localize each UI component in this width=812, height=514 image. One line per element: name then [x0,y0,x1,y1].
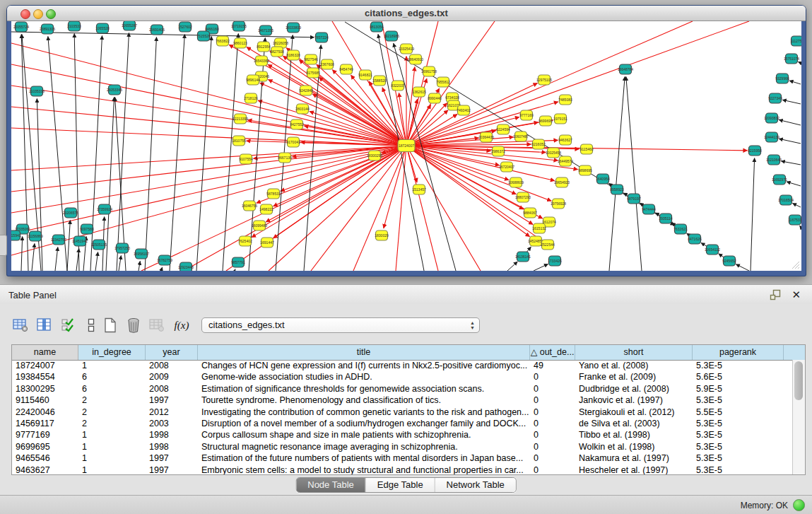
function-builder-button[interactable]: f(x) [172,316,191,334]
column-header-pagerank[interactable]: pagerank [693,345,784,360]
cell-name[interactable]: 9463627 [12,465,78,474]
table-row[interactable]: 946362711997Embryonic stem cells: a mode… [12,465,784,474]
cell-in_degree[interactable]: 2 [78,395,146,406]
cell-pagerank[interactable]: 5.3E-5 [693,418,784,429]
cell-pagerank[interactable]: 5.3E-5 [693,465,784,474]
cell-out_de[interactable]: 0 [530,395,575,406]
cell-name[interactable]: 19384554 [12,371,78,382]
scrollbar-thumb[interactable] [794,361,803,400]
cell-short[interactable]: Franke et al. (2009) [575,371,693,382]
cell-short[interactable]: Hescheler et al. (1997) [575,465,693,474]
new-table-button[interactable] [101,316,119,334]
cell-out_de[interactable]: 0 [530,452,575,464]
tab-network-table[interactable]: Network Table [435,478,516,492]
cell-title[interactable]: Embryonic stem cells: a model to study s… [198,465,530,474]
cell-title[interactable]: Estimation of significance thresholds fo… [198,383,530,395]
cell-title[interactable]: Estimation of the future numbers of pati… [198,452,530,464]
table-row[interactable]: 946554611997Estimation of the future num… [12,452,784,464]
cell-out_de[interactable]: 0 [530,441,575,452]
table-row[interactable]: 2242004622012Investigating the contribut… [12,407,784,418]
vertical-scrollbar[interactable] [792,360,805,474]
cell-title[interactable]: Tourette syndrome. Phenomenology and cla… [198,395,530,406]
cell-title[interactable]: Structural magnetic resonance image aver… [198,441,530,452]
tab-edge-table[interactable]: Edge Table [366,478,435,492]
cell-name[interactable]: 9115460 [12,395,78,406]
cell-pagerank[interactable]: 5.3E-5 [693,360,784,371]
column-header-title[interactable]: title [198,345,530,360]
cell-year[interactable]: 2012 [146,407,198,418]
cell-pagerank[interactable]: 5.3E-5 [693,441,784,452]
cell-title[interactable]: Corpus callosum shape and size in male p… [198,429,530,440]
cell-name[interactable]: 9465546 [12,452,78,464]
cell-out_de[interactable]: 0 [530,371,575,382]
network-canvas[interactable]: 1872400718300295766382298601238912954182… [11,21,801,271]
cell-name[interactable]: 22420046 [12,407,78,418]
delete-table-button[interactable] [148,316,166,334]
cell-title[interactable]: Investigating the contribution of common… [198,407,530,418]
float-panel-icon[interactable] [770,289,781,300]
cell-year[interactable]: 1997 [146,395,198,406]
cell-out_de[interactable]: 49 [530,360,575,371]
cell-year[interactable]: 1997 [146,465,198,474]
column-checks-button[interactable] [59,316,78,334]
select-column-button[interactable] [35,316,54,334]
cell-short[interactable]: de Silva et al. (2003) [575,418,693,429]
table-row[interactable]: 911546021997Tourette syndrome. Phenomeno… [12,395,784,406]
cell-in_degree[interactable]: 6 [78,371,146,382]
cell-name[interactable]: 9777169 [12,429,78,440]
delete-rows-button[interactable] [124,316,143,334]
table-source-select[interactable]: citations_edges.txt ▲▼ [201,317,480,333]
cell-in_degree[interactable]: 1 [78,452,146,464]
cell-pagerank[interactable]: 5.3E-5 [693,452,784,464]
cell-short[interactable]: Dudbridge et al. (2008) [575,383,693,395]
cell-name[interactable]: 14569117 [12,418,78,429]
cell-out_de[interactable]: 0 [530,429,575,440]
close-panel-icon[interactable]: ✕ [792,288,801,301]
canvas-resize-grip[interactable] [790,259,800,269]
cell-in_degree[interactable]: 6 [78,383,146,395]
cell-pagerank[interactable]: 5.9E-5 [693,383,784,395]
table-row[interactable]: 1830029562008Estimation of significance … [12,383,784,395]
cell-pagerank[interactable]: 5.3E-5 [693,429,784,440]
memory-status-indicator[interactable] [793,499,805,511]
cell-short[interactable]: Yano et al. (2008) [575,360,693,371]
table-row[interactable]: 1456911722003Disruption of a novel membe… [12,418,784,429]
cell-in_degree[interactable]: 1 [78,441,146,452]
cell-year[interactable]: 2003 [146,418,198,429]
cell-out_de[interactable]: 0 [530,418,575,429]
cell-pagerank[interactable]: 5.5E-5 [693,407,784,418]
cell-name[interactable]: 18724007 [12,360,78,371]
cell-year[interactable]: 1998 [146,429,198,440]
cell-pagerank[interactable]: 5.6E-5 [693,371,784,382]
cell-title[interactable]: Disruption of a novel member of a sodium… [198,418,530,429]
cell-short[interactable]: Stergiakouli et al. (2012) [575,407,693,418]
cell-year[interactable]: 2009 [146,371,198,382]
cell-in_degree[interactable]: 2 [78,407,146,418]
cell-year[interactable]: 1998 [146,441,198,452]
cell-year[interactable]: 1997 [146,452,198,464]
network-graph[interactable]: 1872400718300295766382298601238912954182… [11,21,801,271]
cell-short[interactable]: Jankovic et al. (1997) [575,395,693,406]
column-header-in_degree[interactable]: in_degree [78,345,146,360]
cell-out_de[interactable]: 0 [530,383,575,395]
column-header-name[interactable]: name [12,345,78,360]
table-row[interactable]: 977716911998Corpus callosum shape and si… [12,429,784,440]
column-header-short[interactable]: short [575,345,693,360]
cell-in_degree[interactable]: 1 [78,465,146,474]
cell-pagerank[interactable]: 5.3E-5 [693,395,784,406]
table-row[interactable]: 969969511998Structural magnetic resonanc… [12,441,784,452]
cell-in_degree[interactable]: 2 [78,418,146,429]
table-row[interactable]: 1938455462009Genome-wide association stu… [12,371,784,382]
cell-out_de[interactable]: 0 [530,465,575,474]
cell-title[interactable]: Genome-wide association studies in ADHD. [198,371,530,382]
cell-year[interactable]: 2008 [146,383,198,395]
window-titlebar[interactable]: citations_edges.txt [7,6,806,21]
collapsed-dock-handle[interactable] [0,235,7,256]
tab-node-table[interactable]: Node Table [296,478,366,492]
table-row[interactable]: 1872400712008Changes of HCN gene express… [12,360,784,371]
cell-title[interactable]: Changes of HCN gene expression and I(f) … [198,360,530,371]
cell-in_degree[interactable]: 1 [78,429,146,440]
column-header-year[interactable]: year [146,345,198,360]
cell-name[interactable]: 18300295 [12,383,78,395]
cell-short[interactable]: Wolkin et al. (1998) [575,441,693,452]
